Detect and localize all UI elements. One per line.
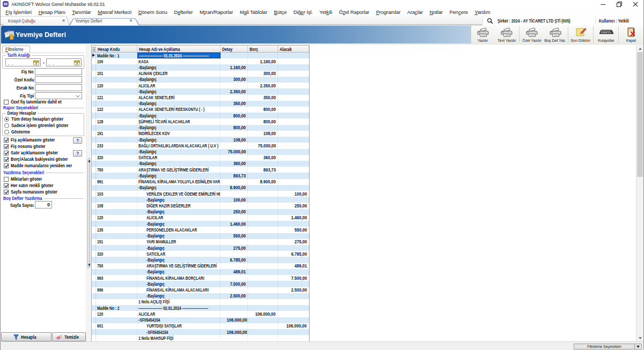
cell-borc[interactable] [248,335,278,341]
cell-detay[interactable] [221,263,248,269]
cell-hesap-kodu[interactable]: 103 [96,191,137,197]
cell-hesap-adi[interactable]: 1 Nolu AÇILIŞ FİŞİ [137,299,221,305]
cell-hesap-kodu[interactable]: Madde No : 2 [96,305,137,311]
field-fi-tipi-combobox[interactable] [35,92,82,99]
cell-alacak[interactable]: 250,00 [278,203,309,208]
cell-borc[interactable] [248,275,278,281]
cell-borc[interactable] [248,227,278,233]
cell-hesap-kodu[interactable] [96,137,137,143]
cell-borc[interactable]: 800,00 [248,118,278,124]
cell-alacak[interactable] [278,311,309,317]
cell-hesap-kodu[interactable]: 108 [96,203,137,208]
cell-hesap-adi[interactable]: -Başlangıç [137,125,221,131]
cell-alacak[interactable] [278,125,309,131]
menu--zel-raporlar[interactable]: Özel Raporlar [335,9,372,15]
checkbox-sayfa-numaras-n-g-ster[interactable]: Sayfa numarasını göster [4,189,67,195]
cell-detay[interactable] [221,53,248,58]
cell-hesap-kodu[interactable] [96,335,137,341]
cell-hesap-adi[interactable]: ALACAK SENETLERİ [137,95,221,101]
column-header-alacak[interactable]: Alacak [278,46,309,52]
grid-row-detail[interactable]: -Başlangıç6.785,00 [92,257,309,263]
grid-row-account[interactable]: 996FİNANSAL KİRALAMA ALACAKLARI2.500,00 [92,287,309,293]
grid-row-detail[interactable]: -Başlangıç300,00 [92,77,309,83]
cell-hesap-adi[interactable]: YARI MAMULLER [137,239,221,245]
cell-hesap-adi[interactable]: -Başlangıç [137,293,221,299]
cell-alacak[interactable] [278,131,309,137]
panel-splitter[interactable] [86,45,91,341]
cell-hesap-adi[interactable]: -Başlangıç [137,77,221,83]
cell-hesap-kodu[interactable]: 750 [96,167,137,173]
cell-hesap-kodu[interactable]: 120 [96,311,137,317]
grid-row-account[interactable]: 233BAĞLI ORTAKLIKLARDAN ALACAKLAR ( U.V … [92,143,309,148]
cell-borc[interactable] [248,329,278,335]
menu-defterler[interactable]: Defterler [171,9,196,15]
cell-detay[interactable] [221,251,248,257]
cell-detay[interactable]: 360,00 [221,161,248,167]
grid-row-note[interactable]: 1 Nolu AÇILIŞ FİŞİ [92,299,309,305]
cell-borc[interactable] [248,191,278,197]
cell-alacak[interactable] [278,245,309,251]
cell-alacak[interactable] [278,317,309,323]
cell-hesap-adi[interactable]: -Başlangıç [137,233,221,239]
cell-alacak[interactable]: 6.785,00 [278,251,309,257]
cell-detay[interactable]: 8.900,00 [221,185,248,191]
grid-row-detail[interactable]: -Başlangıç275,00 [92,245,309,251]
cell-hesap-adi[interactable]: -Başlangıç [137,209,221,215]
checkbox-madde-numaralar-n-yeniden-ver[interactable]: Madde numaralarını yeniden ver [4,163,85,168]
maximize-button[interactable] [611,0,627,8]
radio-g-sterme[interactable]: Gösterme [4,129,34,135]
cell-detay[interactable]: 550,00 [221,233,248,239]
cell-hesap-kodu[interactable]: 233 [96,143,137,148]
toolbar-button--zel-yazd-r[interactable]: Özel Yazdır [520,25,544,43]
cell-hesap-adi[interactable]: -Başlangıç [137,245,221,251]
cell-hesap-kodu[interactable]: 601 [96,323,137,329]
cell-detay[interactable] [221,191,248,197]
cell-alacak[interactable] [278,155,309,161]
tab-kisayol-cubugu[interactable]: Kısayol Çubuğu × [1,16,67,25]
cell-hesap-kodu[interactable] [96,245,137,251]
grid-row-account[interactable]: 120ALICILAR2.350,00 [92,83,309,88]
cell-detay[interactable]: 350,00 [221,101,248,107]
checkbox-her-sat-r-renkli-g-ster[interactable]: Her satırı renkli göster [4,183,62,188]
cell-hesap-adi[interactable]: İNDİRİLECEK KDV [137,131,221,137]
cell-hesap-kodu[interactable]: 750 [96,263,137,269]
cell-alacak[interactable] [278,137,309,143]
cell-hesap-adi[interactable]: -------------------- 02.01.2024 --------… [137,305,221,311]
cell-borc[interactable] [248,113,278,118]
cell-detay[interactable] [221,179,248,185]
cell-detay[interactable]: 6.785,00 [221,257,248,263]
grid-row-account[interactable]: 103VERİLEN ÇEKLER VE ÖDEME EMİRLERİ HE10… [92,191,309,197]
grid-row-account[interactable]: 750ARAŞTIRMA VE GELİŞTİRME GİDERLERİ893,… [92,167,309,173]
cell-borc[interactable]: 8.900,00 [248,179,278,185]
grid-row-detail[interactable]: -Başlangıç2.350,00 [92,88,309,94]
cell-hesap-adi[interactable]: -Başlangıç [137,161,221,167]
menu-yard-m[interactable]: Yardım [471,9,494,15]
cell-borc[interactable]: 300,00 [248,71,278,77]
cell-borc[interactable]: 1.160,00 [248,58,278,64]
close-button[interactable] [627,0,643,8]
grid-row-account[interactable]: 128ŞÜPHELİ TİCARİ ALACAKLAR800,00 [92,118,309,124]
cell-detay[interactable]: 489,01 [221,269,248,275]
cell-hesap-kodu[interactable]: 128 [96,118,137,124]
cell-alacak[interactable] [278,197,309,203]
cell-alacak[interactable] [278,299,309,305]
cell-borc[interactable] [248,221,278,227]
cell-hesap-adi[interactable]: -Başlangıç [137,269,221,275]
grid-row-account[interactable]: 991FİNANSAL KİRALAMA YOLUYLA EDİNİLEN VA… [92,179,309,185]
cell-detay[interactable] [221,227,248,233]
grid-row-detail[interactable]: -Başlangıç350,00 [92,101,309,107]
cell-hesap-kodu[interactable]: Madde No : 1 [96,53,137,58]
cell-hesap-adi[interactable]: -------------------- 01.01.2024 --------… [137,53,221,58]
cell-detay[interactable] [221,287,248,293]
tab-yevmiye-defteri[interactable]: Yevmiye Defteri × [69,16,140,25]
cell-borc[interactable] [248,305,278,311]
calendar-icon[interactable]: 7 [33,59,40,66]
cell-detay[interactable] [221,83,248,88]
grid-row-detail[interactable]: -Başlangıç2.500,00 [92,293,309,299]
cell-hesap-kodu[interactable]: 120 [96,83,137,88]
cell-alacak[interactable]: 100,00 [278,191,309,197]
cell-detay[interactable]: 106.000,00 [221,317,248,323]
grid-row-detail[interactable]: -Başlangıç550,00 [92,233,309,239]
cell-hesap-kodu[interactable] [96,113,137,118]
cell-hesap-kodu[interactable] [96,88,137,94]
